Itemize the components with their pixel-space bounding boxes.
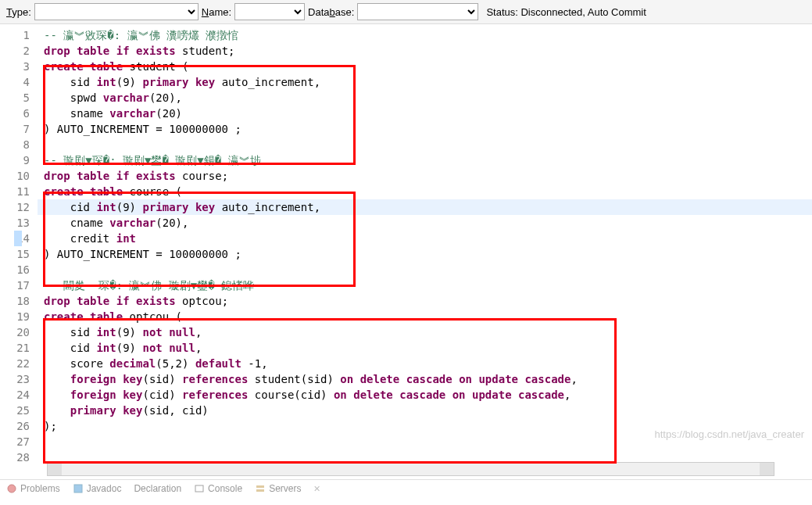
- tab-javadoc[interactable]: Javadoc: [87, 483, 122, 494]
- code-line[interactable]: spwd varchar(20),: [38, 90, 812, 106]
- line-number: 25: [0, 403, 30, 418]
- line-number: 8: [0, 137, 30, 152]
- code-line[interactable]: sname varchar(20): [38, 106, 812, 121]
- code-line[interactable]: foreign key(cid) references course(cid) …: [38, 387, 812, 403]
- horizontal-scrollbar[interactable]: [47, 462, 774, 476]
- svg-rect-2: [195, 485, 203, 492]
- code-line[interactable]: create table course (: [38, 184, 812, 199]
- line-number: 19: [0, 309, 30, 324]
- line-number: 23: [0, 371, 30, 387]
- javadoc-icon: [73, 483, 84, 494]
- status-text: Status: Disconnected, Auto Commit: [486, 6, 646, 18]
- code-line[interactable]: score decimal(5,2) default -1,: [38, 356, 812, 371]
- line-number: 27: [0, 434, 30, 449]
- line-number: 22: [0, 356, 30, 371]
- code-line[interactable]: [38, 137, 812, 152]
- tab-problems[interactable]: Problems: [20, 483, 60, 494]
- line-number: 4: [0, 74, 30, 90]
- line-number: 5: [0, 90, 30, 106]
- code-line[interactable]: [38, 449, 812, 462]
- code-line[interactable]: cid int(9) not null,: [38, 340, 812, 356]
- toolbar: Type: Name: Database: Status: Disconnect…: [0, 0, 812, 24]
- tab-servers[interactable]: Servers: [269, 483, 301, 494]
- line-number: 13: [0, 215, 30, 231]
- editor-area: 1234567891011121314151617181920212223242…: [0, 24, 812, 462]
- code-line[interactable]: -- 閫夎 琛�: 瀛︾佛 璇剧▼鐢� 鎴愭哗: [38, 278, 812, 293]
- line-number: 17: [0, 278, 30, 293]
- line-number: 2: [0, 43, 30, 59]
- name-label: Name:: [202, 6, 231, 18]
- line-number: 9: [0, 152, 30, 168]
- bottom-tabs: Problems Javadoc Declaration Console Ser…: [0, 479, 812, 497]
- tab-close-icon[interactable]: ✕: [313, 484, 320, 494]
- line-number: 15: [0, 246, 30, 262]
- line-number: 21: [0, 340, 30, 356]
- code-line[interactable]: foreign key(sid) references student(sid)…: [38, 371, 812, 387]
- name-select[interactable]: [234, 3, 305, 20]
- line-number: 3: [0, 59, 30, 74]
- line-number: 18: [0, 293, 30, 309]
- code-line[interactable]: sid int(9) not null,: [38, 324, 812, 340]
- svg-rect-4: [256, 489, 264, 492]
- svg-rect-1: [74, 485, 82, 492]
- code-line[interactable]: create table optcou (: [38, 309, 812, 324]
- code-line[interactable]: sid int(9) primary key auto_increment,: [38, 74, 812, 90]
- watermark: https://blog.csdn.net/java_creater: [654, 428, 804, 440]
- problems-icon: [6, 483, 17, 494]
- line-number: 1: [0, 27, 30, 43]
- code-area[interactable]: -- 瀛︾敓琛�: 瀛︾佛 瀵嗙爜 濮撴悺drop table if exist…: [38, 24, 812, 462]
- line-number: 7: [0, 121, 30, 137]
- type-label: Type:: [6, 6, 31, 18]
- line-number: 12: [0, 199, 30, 215]
- code-line[interactable]: create table student (: [38, 59, 812, 74]
- tab-console[interactable]: Console: [208, 483, 242, 494]
- code-line[interactable]: credit int: [38, 231, 812, 246]
- code-line[interactable]: -- 瀛︾敓琛�: 瀛︾佛 瀵嗙爜 濮撴悺: [38, 27, 812, 43]
- svg-rect-3: [256, 485, 264, 488]
- code-line[interactable]: drop table if exists student;: [38, 43, 812, 59]
- svg-point-0: [8, 485, 16, 492]
- console-icon: [194, 483, 205, 494]
- code-line[interactable]: primary key(sid, cid): [38, 403, 812, 418]
- line-number: 20: [0, 324, 30, 340]
- code-line[interactable]: ) AUTO_INCREMENT = 100000000 ;: [38, 246, 812, 262]
- gutter-highlight: [14, 231, 22, 246]
- line-number: 28: [0, 449, 30, 465]
- code-line[interactable]: cname varchar(20),: [38, 215, 812, 231]
- scrollbar-area: [0, 462, 812, 476]
- line-number: 24: [0, 387, 30, 403]
- code-line[interactable]: ) AUTO_INCREMENT = 100000000 ;: [38, 121, 812, 137]
- line-number: 11: [0, 184, 30, 199]
- line-number: 6: [0, 106, 30, 121]
- code-line[interactable]: drop table if exists optcou;: [38, 293, 812, 309]
- database-label: Database:: [308, 6, 354, 18]
- code-line[interactable]: cid int(9) primary key auto_increment,: [38, 199, 812, 215]
- type-select[interactable]: [34, 3, 199, 20]
- line-number: 26: [0, 418, 30, 434]
- database-select[interactable]: [357, 3, 478, 20]
- code-line[interactable]: [38, 262, 812, 278]
- code-line[interactable]: -- 璇剧▼琛�: 璇剧▼鐢� 璇剧▼鍚� 瀛︾埗: [38, 152, 812, 168]
- tab-declaration[interactable]: Declaration: [134, 483, 181, 494]
- line-number: 16: [0, 262, 30, 278]
- code-line[interactable]: drop table if exists course;: [38, 168, 812, 184]
- servers-icon: [255, 483, 266, 494]
- line-number: 10: [0, 168, 30, 184]
